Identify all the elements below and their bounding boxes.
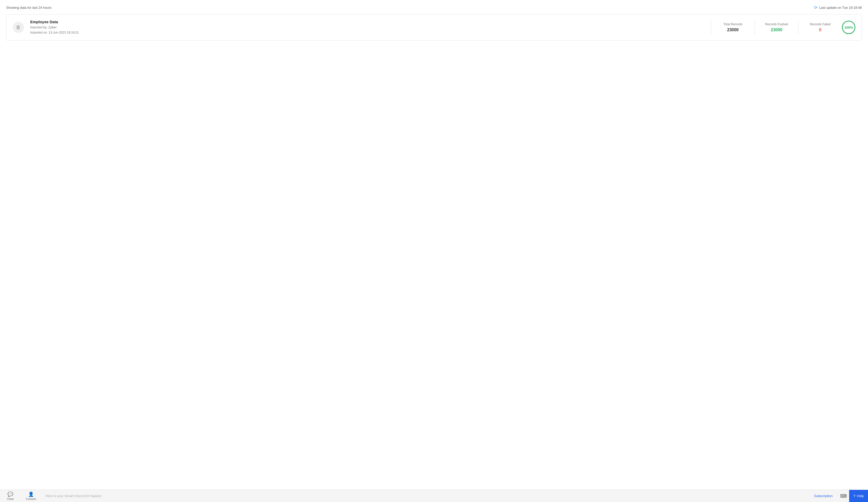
card-icon-wrapper: 🗎 (13, 22, 24, 33)
chats-icon: 💬 (8, 491, 13, 497)
contacts-label: Contacts (26, 498, 36, 501)
imported-by-label: Imported by: (30, 25, 48, 29)
contacts-icon: 👤 (28, 491, 34, 497)
card-title: Employee Data (30, 20, 705, 24)
help-label: Help (857, 494, 864, 498)
chats-nav-item[interactable]: 💬 Chats (0, 490, 21, 502)
divider-2 (755, 20, 755, 35)
data-card: 🗎 Employee Data Imported by: Zylker Impo… (6, 14, 862, 41)
main-content: Showing data for last 24 hours ⟳ Last up… (0, 0, 868, 490)
smart-chat-placeholder: Here is your Smart Chat (Ctrl+Space) (45, 494, 101, 498)
progress-circle: 100% (842, 21, 855, 34)
last-update-label: Last update on Tue 19:18:48 (819, 6, 862, 10)
contacts-nav-item[interactable]: 👤 Contacts (21, 490, 41, 502)
document-icon: 🗎 (16, 24, 21, 30)
card-meta: Imported by: Zylker Imported on: 13-Jun-… (30, 25, 705, 35)
bottom-bar: 💬 Chats 👤 Contacts Here is your Smart Ch… (0, 490, 868, 502)
subscription-button[interactable]: Subscription (809, 494, 838, 498)
help-button[interactable]: ? Help (849, 490, 868, 502)
records-pushed-block: Records Pushed 23000 (761, 22, 792, 32)
card-info: Employee Data Imported by: Zylker Import… (30, 20, 705, 35)
smart-chat-bar[interactable]: Here is your Smart Chat (Ctrl+Space) (41, 494, 809, 498)
total-records-label: Total Records (717, 22, 748, 26)
imported-on-value: 13-Jun-2023 19:18:31 (49, 31, 79, 34)
keyboard-icon: ⌨ (840, 493, 847, 499)
total-records-block: Total Records 23000 (717, 22, 748, 32)
imported-by-value: Zylker (48, 25, 57, 29)
records-pushed-value: 23000 (761, 28, 792, 32)
records-failed-value: 0 (805, 28, 836, 32)
records-failed-label: Records Failed (805, 22, 836, 26)
imported-on-label: Imported on: (30, 31, 48, 34)
bottom-nav: 💬 Chats 👤 Contacts (0, 490, 41, 502)
top-bar: Showing data for last 24 hours ⟳ Last up… (6, 5, 862, 10)
progress-value: 100% (844, 25, 853, 30)
help-icon: ? (853, 494, 855, 498)
bottom-right: Subscription ⌨ ? Help (809, 490, 868, 502)
showing-data-label: Showing data for last 24 hours (6, 6, 52, 10)
keyboard-icon-button[interactable]: ⌨ (838, 490, 849, 502)
total-records-value: 23000 (717, 28, 748, 32)
last-update: ⟳ Last update on Tue 19:18:48 (814, 5, 862, 10)
records-pushed-label: Records Pushed (761, 22, 792, 26)
refresh-icon: ⟳ (814, 5, 817, 10)
divider-1 (711, 20, 711, 35)
records-failed-block: Records Failed 0 (805, 22, 836, 32)
chats-label: Chats (7, 498, 14, 501)
